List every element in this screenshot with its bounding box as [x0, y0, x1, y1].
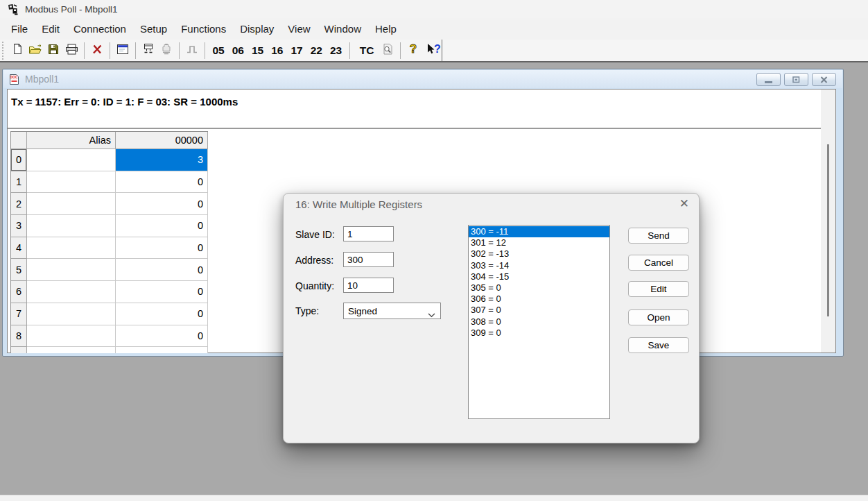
- menu-item[interactable]: Setup: [133, 19, 174, 38]
- row-header-cell[interactable]: 7: [11, 303, 27, 325]
- row-header-cell[interactable]: 2: [11, 193, 27, 215]
- red-x-icon: [92, 44, 103, 58]
- grid-corner-cell[interactable]: [11, 132, 27, 149]
- register-list-item[interactable]: 303 = -14: [469, 260, 609, 271]
- register-list[interactable]: 300 = -11301 = 12302 = -13303 = -14304 =…: [468, 225, 610, 419]
- value-cell[interactable]: 0: [116, 193, 208, 215]
- alias-cell[interactable]: [27, 237, 116, 260]
- function-code-button[interactable]: 15: [248, 44, 268, 57]
- minimize-icon: [765, 81, 772, 83]
- communication-traffic-button[interactable]: [157, 42, 175, 60]
- pulse-button[interactable]: [183, 42, 201, 60]
- alias-cell[interactable]: [27, 281, 116, 303]
- menu-item[interactable]: View: [281, 19, 317, 38]
- value-cell[interactable]: 0: [116, 215, 208, 237]
- window-title: Modbus Poll - Mbpoll1: [25, 4, 118, 15]
- function-code-button[interactable]: 23: [327, 44, 346, 57]
- quantity-label: Quantity:: [295, 280, 334, 291]
- alias-cell[interactable]: [27, 215, 116, 237]
- close-button[interactable]: [812, 73, 836, 86]
- minimize-button[interactable]: [756, 73, 781, 86]
- value-cell[interactable]: 0: [116, 303, 208, 325]
- register-list-item[interactable]: 304 = -15: [469, 271, 609, 282]
- about-help-button[interactable]: ?: [404, 42, 422, 60]
- row-header-cell[interactable]: 0: [11, 149, 27, 171]
- register-list-item[interactable]: 308 = 0: [469, 316, 609, 328]
- row-header-cell[interactable]: 8: [11, 325, 27, 348]
- test-center-button[interactable]: TC: [354, 44, 379, 57]
- row-header-cell[interactable]: 4: [11, 237, 27, 260]
- quantity-input[interactable]: [343, 278, 394, 293]
- register-list-item[interactable]: 302 = -13: [469, 248, 609, 260]
- alias-cell[interactable]: [27, 171, 116, 194]
- address-label: Address:: [295, 255, 333, 266]
- grid-body: 0 3 1 0 2: [11, 149, 208, 347]
- open-file-button[interactable]: [26, 42, 44, 60]
- register-list-item[interactable]: 305 = 0: [469, 282, 609, 294]
- value-column-header[interactable]: 00000: [116, 132, 208, 149]
- type-select[interactable]: Signed: [343, 303, 441, 319]
- read-write-definition-button[interactable]: [114, 42, 132, 60]
- alias-cell[interactable]: [27, 325, 116, 348]
- toolbar-separator: [400, 42, 401, 59]
- menu-item[interactable]: Help: [368, 19, 403, 38]
- zoom-document-button[interactable]: [379, 42, 397, 60]
- menu-item[interactable]: Connection: [67, 19, 133, 38]
- function-code-buttons: 05061516172223: [209, 44, 346, 57]
- printer-icon: [65, 44, 78, 58]
- zoom-document-disabled-icon: [381, 43, 394, 58]
- register-list-item[interactable]: 309 = 0: [469, 328, 609, 339]
- vertical-scrollbar[interactable]: [821, 90, 835, 353]
- alias-cell[interactable]: [27, 149, 116, 171]
- register-list-item[interactable]: 307 = 0: [469, 305, 609, 316]
- svg-text:?: ?: [435, 43, 442, 55]
- row-header-cell[interactable]: 5: [11, 259, 27, 281]
- register-list-item[interactable]: 301 = 12: [469, 237, 609, 248]
- scrollbar-thumb[interactable]: [827, 144, 829, 316]
- menu-item[interactable]: Display: [233, 19, 281, 38]
- menu-item[interactable]: Edit: [35, 19, 67, 38]
- function-code-button[interactable]: 22: [306, 44, 326, 57]
- communication-button[interactable]: [139, 42, 157, 60]
- register-list-item[interactable]: 306 = 0: [469, 294, 609, 305]
- function-code-button[interactable]: 16: [268, 44, 287, 57]
- register-list-item[interactable]: 300 = -11: [469, 226, 609, 237]
- restore-button[interactable]: [784, 73, 808, 86]
- value-cell[interactable]: 0: [116, 237, 208, 260]
- slave-id-input[interactable]: [343, 226, 394, 241]
- open-button[interactable]: Open: [628, 309, 689, 325]
- menu-item[interactable]: File: [4, 19, 35, 38]
- send-button[interactable]: Send: [628, 228, 689, 244]
- new-file-button[interactable]: [8, 42, 26, 60]
- address-input[interactable]: [343, 252, 394, 267]
- alias-cell: [27, 347, 116, 353]
- new-file-icon: [12, 43, 24, 58]
- value-cell[interactable]: 0: [116, 281, 208, 303]
- alias-cell[interactable]: [27, 193, 116, 215]
- row-header-cell[interactable]: 6: [11, 281, 27, 303]
- function-code-button[interactable]: 06: [228, 44, 248, 57]
- value-cell[interactable]: 0: [116, 325, 208, 348]
- cancel-button[interactable]: Cancel: [628, 255, 689, 271]
- menu-item[interactable]: Functions: [174, 19, 233, 38]
- function-code-button[interactable]: 05: [209, 44, 228, 57]
- row-header-cell[interactable]: 3: [11, 215, 27, 237]
- save-icon: [48, 44, 59, 58]
- value-cell[interactable]: 0: [116, 171, 208, 194]
- child-titlebar[interactable]: DOC Mbpoll1: [3, 70, 842, 88]
- toolbar-grip[interactable]: [2, 42, 5, 60]
- value-cell[interactable]: 0: [116, 259, 208, 281]
- save-button[interactable]: Save: [628, 337, 689, 353]
- alias-cell[interactable]: [27, 303, 116, 325]
- row-header-cell[interactable]: 1: [11, 171, 27, 194]
- value-cell[interactable]: 3: [116, 149, 208, 171]
- delete-button[interactable]: [88, 42, 106, 60]
- menu-item[interactable]: Window: [318, 19, 368, 38]
- edit-button[interactable]: Edit: [628, 281, 689, 297]
- print-button[interactable]: [62, 42, 80, 60]
- alias-column-header[interactable]: Alias: [27, 132, 116, 149]
- dialog-close-icon[interactable]: ✕: [679, 196, 689, 211]
- function-code-button[interactable]: 17: [287, 44, 306, 57]
- save-file-button[interactable]: [44, 42, 62, 60]
- alias-cell[interactable]: [27, 259, 116, 281]
